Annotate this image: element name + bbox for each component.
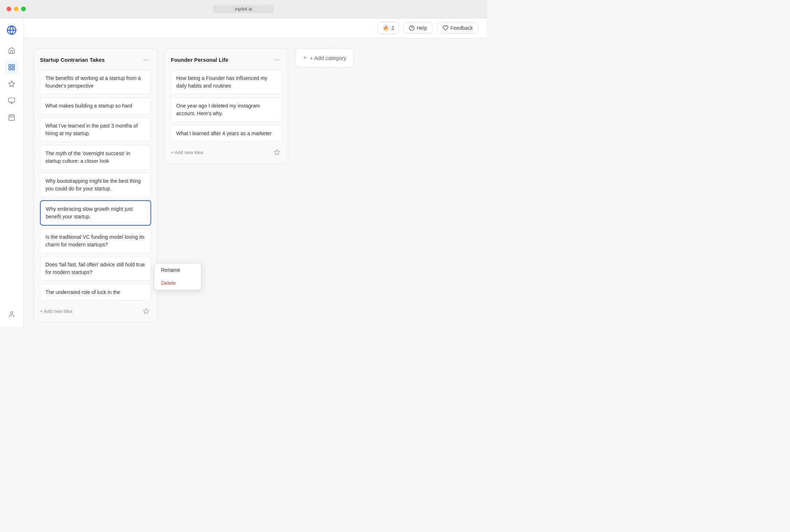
svg-point-14 xyxy=(11,312,13,314)
add-category-label: + Add category xyxy=(310,55,347,61)
column-title-2: Founder Personal Life xyxy=(171,57,228,63)
card-d1[interactable]: How being a Founder has influenced my da… xyxy=(171,70,282,94)
column-footer-1: + Add new idea xyxy=(40,305,151,316)
add-category-button[interactable]: + + Add category xyxy=(295,48,354,67)
ai-sparkle-button-2[interactable] xyxy=(272,147,282,157)
card-c8[interactable]: Does 'fail fast, fail often' advice stil… xyxy=(40,256,151,281)
column-footer-2: + Add new idea xyxy=(171,146,282,157)
column-title-1: Startup Contrarian Takes xyxy=(40,57,105,63)
column-menu-button-1[interactable]: ··· xyxy=(141,55,151,65)
column-header-1: Startup Contrarian Takes ··· xyxy=(40,55,151,65)
add-idea-label-2: + Add new idea xyxy=(171,150,203,155)
add-idea-button-2[interactable]: + Add new idea xyxy=(171,148,203,157)
close-dot[interactable] xyxy=(7,7,11,11)
svg-rect-10 xyxy=(9,115,15,120)
column-header-2: Founder Personal Life ··· xyxy=(171,55,282,65)
context-menu: Rename Delete xyxy=(154,263,201,290)
topbar: 🔥 2 Help Feedback xyxy=(24,18,487,38)
column-founder-personal: Founder Personal Life ··· How being a Fo… xyxy=(165,48,288,164)
card-c4[interactable]: The myth of the 'overnight success' in s… xyxy=(40,145,151,170)
card-c2[interactable]: What makes building a startup so hard xyxy=(40,97,151,114)
svg-marker-17 xyxy=(144,309,149,314)
sidebar-item-home[interactable] xyxy=(5,44,19,57)
help-button[interactable]: Help xyxy=(403,23,433,33)
app-layout: 🔥 2 Help Feedback xyxy=(0,18,487,327)
card-c5[interactable]: Why bootstrapping might be the best thin… xyxy=(40,173,151,197)
svg-marker-6 xyxy=(9,81,15,87)
content-area: Startup Contrarian Takes ··· The benefit… xyxy=(24,38,487,327)
card-d2[interactable]: One year ago I deleted my instagram acco… xyxy=(171,97,282,122)
titlebar: inpilot.ai xyxy=(0,0,487,18)
add-idea-label-1: + Add new idea xyxy=(40,309,72,314)
url-bar[interactable]: inpilot.ai xyxy=(213,5,274,13)
sidebar-item-monitor[interactable] xyxy=(5,94,19,108)
add-idea-button-1[interactable]: + Add new idea xyxy=(40,307,72,315)
sidebar-item-calendar[interactable] xyxy=(5,110,19,124)
help-label: Help xyxy=(417,25,427,31)
svg-rect-5 xyxy=(9,68,11,70)
column-startup-contrarian: Startup Contrarian Takes ··· The benefit… xyxy=(34,48,157,322)
feedback-label: Feedback xyxy=(451,25,473,31)
svg-rect-7 xyxy=(9,98,15,102)
svg-rect-3 xyxy=(12,65,15,67)
credits-count: 2 xyxy=(391,25,394,31)
sidebar-bottom xyxy=(5,307,19,321)
context-rename[interactable]: Rename xyxy=(154,263,201,277)
svg-rect-2 xyxy=(9,65,11,67)
card-c7[interactable]: Is the traditional VC funding model losi… xyxy=(40,229,151,253)
ai-sparkle-button-1[interactable] xyxy=(141,306,151,316)
main-area: 🔥 2 Help Feedback xyxy=(24,18,487,327)
card-c1[interactable]: The benefits of working at a startup fro… xyxy=(40,70,151,94)
card-d3[interactable]: What I learned after 4 years as a market… xyxy=(171,125,282,142)
svg-rect-4 xyxy=(12,68,15,70)
feedback-button[interactable]: Feedback xyxy=(437,23,478,33)
logo[interactable] xyxy=(5,23,19,37)
context-delete[interactable]: Delete xyxy=(154,277,201,290)
sidebar-item-board[interactable] xyxy=(5,60,19,74)
minimize-dot[interactable] xyxy=(14,7,19,11)
add-category-plus-icon: + xyxy=(303,54,307,62)
maximize-dot[interactable] xyxy=(21,7,26,11)
sidebar-item-profile[interactable] xyxy=(5,307,19,321)
sidebar xyxy=(0,18,24,327)
svg-marker-18 xyxy=(274,150,280,155)
column-menu-button-2[interactable]: ··· xyxy=(272,55,282,65)
sidebar-item-ai[interactable] xyxy=(5,77,19,91)
window-controls xyxy=(7,7,26,11)
card-c9[interactable]: The underrated role of luck in the xyxy=(40,284,151,301)
card-c3[interactable]: What I've learned in the past 3 months o… xyxy=(40,117,151,142)
card-c6[interactable]: Why embracing slow growth might just ben… xyxy=(40,200,151,226)
credits-icon: 🔥 xyxy=(382,24,390,32)
credits-button[interactable]: 🔥 2 xyxy=(378,22,399,34)
